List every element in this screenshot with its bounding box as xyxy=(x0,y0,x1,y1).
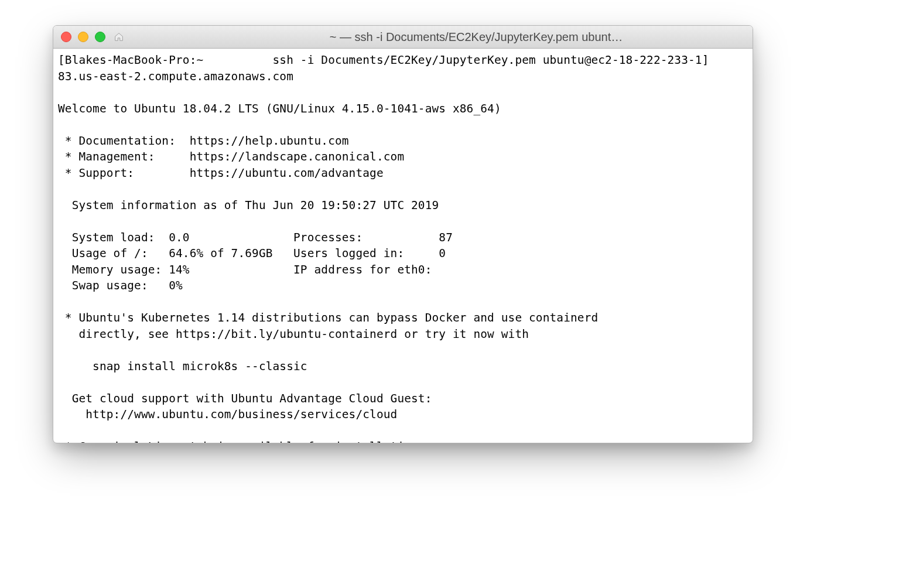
prompt-line: [Blakes-MacBook-Pro:~ ssh -i Documents/E… xyxy=(58,53,709,67)
zoom-button[interactable] xyxy=(95,32,105,42)
welcome-line: Welcome to Ubuntu 18.04.2 LTS (GNU/Linux… xyxy=(58,102,501,115)
management-line: * Management: https://landscape.canonica… xyxy=(58,150,404,163)
window-title: ~ — ssh -i Documents/EC2Key/JupyterKey.p… xyxy=(53,30,753,44)
kubernetes-line-2: directly, see https://bit.ly/ubuntu-cont… xyxy=(58,327,529,341)
sysinfo-row-4: Swap usage: 0% xyxy=(58,279,183,292)
minimize-button[interactable] xyxy=(78,32,88,42)
livepatch-line-1: * Canonical Livepatch is available for i… xyxy=(58,440,425,443)
support-line: * Support: https://ubuntu.com/advantage xyxy=(58,166,384,180)
cloud-support-line-1: Get cloud support with Ubuntu Advantage … xyxy=(58,392,432,405)
traffic-lights xyxy=(61,32,105,42)
cloud-support-line-2: http://www.ubuntu.com/business/services/… xyxy=(58,408,397,421)
snap-install-line: snap install microk8s --classic xyxy=(58,360,307,373)
sysinfo-row-3: Memory usage: 14% IP address for eth0: xyxy=(58,263,432,276)
kubernetes-line-1: * Ubuntu's Kubernetes 1.14 distributions… xyxy=(58,311,598,324)
titlebar: ~ — ssh -i Documents/EC2Key/JupyterKey.p… xyxy=(53,26,753,49)
terminal-window: ~ — ssh -i Documents/EC2Key/JupyterKey.p… xyxy=(53,25,753,443)
terminal-content[interactable]: [Blakes-MacBook-Pro:~ ssh -i Documents/E… xyxy=(53,49,753,443)
close-button[interactable] xyxy=(61,32,71,42)
sysinfo-row-2: Usage of /: 64.6% of 7.69GB Users logged… xyxy=(58,247,446,260)
documentation-line: * Documentation: https://help.ubuntu.com xyxy=(58,134,349,148)
prompt-continuation: 83.us-east-2.compute.amazonaws.com xyxy=(58,70,293,83)
home-folder-proxy-icon[interactable] xyxy=(114,32,124,42)
sysinfo-row-1: System load: 0.0 Processes: 87 xyxy=(58,231,453,244)
sysinfo-header: System information as of Thu Jun 20 19:5… xyxy=(58,199,439,212)
